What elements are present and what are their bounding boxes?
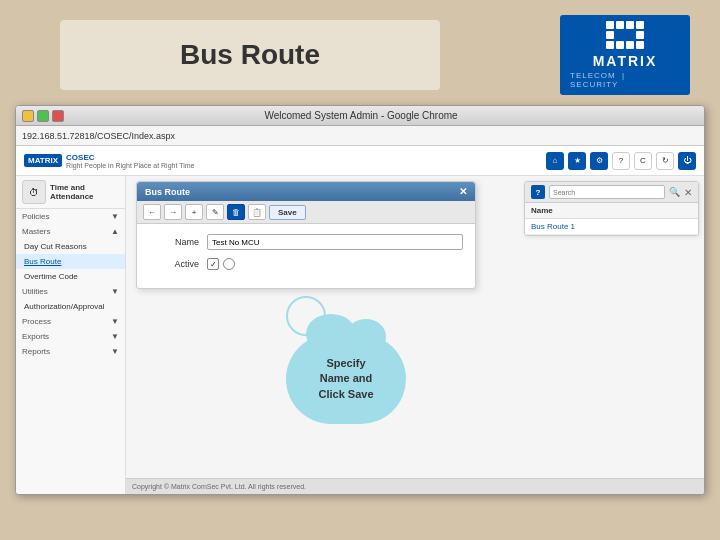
logo-dot: [616, 21, 624, 29]
sidebar-module-header: ⏱ Time and Attendance: [16, 176, 125, 209]
main-layout: ⏱ Time and Attendance Policies ▼ Masters…: [16, 176, 704, 494]
logo-dot: [636, 21, 644, 29]
browser-close-button[interactable]: [52, 110, 64, 122]
logo-dot: [626, 31, 634, 39]
sidebar-item-bus-route[interactable]: Bus Route: [16, 254, 125, 269]
form-close-button[interactable]: ✕: [459, 186, 467, 197]
sidebar-item-reports[interactable]: Reports ▼: [16, 344, 125, 359]
logo-dot: [636, 31, 644, 39]
browser-addressbar: 192.168.51.72818/COSEC/Index.aspx: [16, 126, 704, 146]
home-icon-btn[interactable]: ⌂: [546, 152, 564, 170]
logo-dot: [636, 41, 644, 49]
help-icon-btn[interactable]: ?: [612, 152, 630, 170]
app-logo-tagline: Right People in Right Place at Right Tim…: [66, 162, 194, 169]
settings-icon-btn[interactable]: ⚙: [590, 152, 608, 170]
logo-dot: [606, 41, 614, 49]
slide-area: Bus Route MATRIX TELECOM |: [0, 0, 720, 540]
save-button[interactable]: Save: [269, 205, 306, 220]
list-help-button[interactable]: ?: [531, 185, 545, 199]
active-label: Active: [149, 259, 199, 269]
sidebar-item-masters[interactable]: Masters ▲: [16, 224, 125, 239]
sidebar-item-day-cut-reasons[interactable]: Day Cut Reasons: [16, 239, 125, 254]
maximize-button[interactable]: [37, 110, 49, 122]
matrix-logo-grid: [606, 21, 644, 49]
search-icon: 🔍: [669, 187, 680, 197]
active-field-row: Active ✓: [149, 258, 463, 270]
form-toolbar: ← → + ✎ 🗑 📋 Save: [137, 201, 475, 224]
toolbar-back-button[interactable]: ←: [143, 204, 161, 220]
name-input[interactable]: [207, 234, 463, 250]
matrix-logo: MATRIX TELECOM | SECURITY: [560, 15, 690, 95]
logo-dot: [626, 21, 634, 29]
toolbar-add-button[interactable]: +: [185, 204, 203, 220]
toolbar-delete-button[interactable]: 🗑: [227, 204, 245, 220]
module-name: Time and: [50, 183, 94, 192]
sidebar-item-utilities[interactable]: Utilities ▼: [16, 284, 125, 299]
copyright-text: Copyright © Matrix ComSec Pvt. Ltd. All …: [132, 483, 306, 490]
app-logo-box: MATRIX: [24, 154, 62, 167]
toolbar-forward-button[interactable]: →: [164, 204, 182, 220]
connect-icon-btn[interactable]: C: [634, 152, 652, 170]
form-content: Name Active ✓: [137, 224, 475, 288]
form-dialog-title: Bus Route ✕: [137, 182, 475, 201]
cloud-text: SpecifyName andClick Save: [318, 356, 373, 402]
bottom-bar: Copyright © Matrix ComSec Pvt. Ltd. All …: [126, 478, 704, 494]
browser-window: Welcomed System Admin - Google Chrome 19…: [15, 105, 705, 495]
sidebar-item-authorization[interactable]: Authorization/Approval: [16, 299, 125, 314]
matrix-brand-name: MATRIX: [593, 53, 658, 69]
bookmark-icon-btn[interactable]: ★: [568, 152, 586, 170]
logo-dot: [606, 21, 614, 29]
app-header: MATRIX COSEC Right People in Right Place…: [16, 146, 704, 176]
logo-dot: [626, 41, 634, 49]
cloud-callout: SpecifyName andClick Save: [286, 334, 406, 434]
minimize-button[interactable]: [22, 110, 34, 122]
logo-dot: [606, 31, 614, 39]
toolbar-copy-button[interactable]: 📋: [248, 204, 266, 220]
sidebar: ⏱ Time and Attendance Policies ▼ Masters…: [16, 176, 126, 494]
matrix-logo-box: MATRIX TELECOM | SECURITY: [560, 15, 690, 95]
sidebar-item-policies[interactable]: Policies ▼: [16, 209, 125, 224]
list-close-button[interactable]: ✕: [684, 187, 692, 198]
module-icon: ⏱: [22, 180, 46, 204]
active-checkbox-row: ✓: [207, 258, 235, 270]
list-column-header: Name: [525, 203, 698, 219]
power-icon-btn[interactable]: ⏻: [678, 152, 696, 170]
browser-title: Welcomed System Admin - Google Chrome: [64, 110, 658, 121]
address-text[interactable]: 192.168.51.72818/COSEC/Index.aspx: [22, 131, 698, 141]
matrix-tagline: TELECOM | SECURITY: [570, 71, 680, 89]
form-dialog: Bus Route ✕ ← → + ✎ 🗑 📋 Save Na: [136, 181, 476, 289]
active-checkbox[interactable]: ✓: [207, 258, 219, 270]
active-radio[interactable]: [223, 258, 235, 270]
refresh-icon-btn[interactable]: ↻: [656, 152, 674, 170]
sidebar-item-exports[interactable]: Exports ▼: [16, 329, 125, 344]
name-label: Name: [149, 237, 199, 247]
title-section: Bus Route: [60, 20, 440, 90]
name-field-row: Name: [149, 234, 463, 250]
logo-dot: [616, 41, 624, 49]
main-panel: Bus Route ✕ ← → + ✎ 🗑 📋 Save Na: [126, 176, 704, 494]
browser-titlebar: Welcomed System Admin - Google Chrome: [16, 106, 704, 126]
list-search-input[interactable]: [549, 185, 665, 199]
list-panel-header: ? 🔍 ✕: [525, 182, 698, 203]
page-title: Bus Route: [180, 39, 320, 71]
list-item[interactable]: Bus Route 1: [525, 219, 698, 235]
cloud-shape: SpecifyName andClick Save: [286, 334, 406, 424]
logo-dot: [616, 31, 624, 39]
module-sub: Attendance: [50, 192, 94, 201]
app-header-icons: ⌂ ★ ⚙ ? C ↻ ⏻: [546, 152, 696, 170]
app-logo-text: COSEC: [66, 153, 194, 162]
sidebar-item-overtime-code[interactable]: Overtime Code: [16, 269, 125, 284]
browser-controls: [22, 110, 64, 122]
sidebar-item-process[interactable]: Process ▼: [16, 314, 125, 329]
list-panel: ? 🔍 ✕ Name Bus Route 1: [524, 181, 699, 236]
app-logo: MATRIX COSEC Right People in Right Place…: [24, 153, 194, 169]
toolbar-edit-button[interactable]: ✎: [206, 204, 224, 220]
